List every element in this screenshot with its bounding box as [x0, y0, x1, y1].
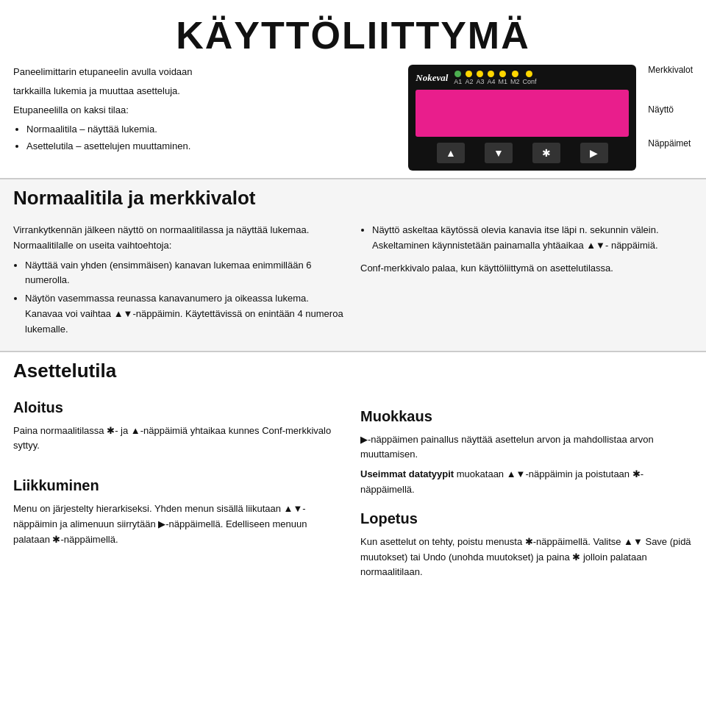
btn-down[interactable]: ▼: [485, 143, 513, 163]
right-labels: Merkkivalot Näyttö Näppäimet: [642, 65, 693, 149]
lopetus-title: Lopetus: [360, 507, 693, 530]
muokkaus-title: Muokkaus: [360, 404, 693, 428]
led-label-conf: Conf: [522, 78, 536, 85]
page-title: KÄYTTÖLIITTYMÄ: [0, 0, 706, 65]
normaalitila-right-bullets: Näyttö askeltaa käytössä olevia kanavia …: [372, 223, 693, 254]
led-m2: M2: [510, 71, 520, 85]
btn-star[interactable]: ✱: [532, 143, 560, 163]
btn-up[interactable]: ▲: [437, 143, 465, 163]
device-panel: Nokeval A1 A2 A3: [408, 65, 636, 171]
led-dot-conf: [526, 71, 532, 77]
asettelutila-content: Aloitus Paina normaalitilassa ✱- ja ▲-nä…: [0, 388, 706, 597]
asettelutila-right: Muokkaus ▶-näppäimen painallus näyttää a…: [360, 396, 693, 585]
bullet-asettelutila: Asettelutila – asettelujen muuttaminen.: [26, 139, 393, 154]
normaalitila-right-bullet-1: Näyttö askeltaa käytössä olevia kanavia …: [372, 223, 693, 254]
btn-right[interactable]: ▶: [580, 143, 608, 163]
normaalitila-left: Virrankytkennän jälkeen näyttö on normaa…: [13, 223, 360, 340]
led-label-a3: A3: [476, 78, 484, 85]
led-dot-a2: [466, 71, 472, 77]
led-label-m1: M1: [498, 78, 507, 85]
led-a1: A1: [454, 71, 462, 85]
liikkuminen-title: Liikkuminen: [13, 474, 346, 497]
asettelutila-section: Asettelutila Aloitus Paina normaalitilas…: [0, 352, 706, 597]
device-screen: [416, 90, 629, 137]
normaalitila-intro: Virrankytkennän jälkeen näyttö on normaa…: [13, 223, 346, 254]
aloitus-text: Paina normaalitilassa ✱- ja ▲-näppäimiä …: [13, 424, 346, 454]
device-panel-wrap: Nokeval A1 A2 A3: [408, 65, 693, 171]
led-label-a4: A4: [487, 78, 495, 85]
nappaimet-label: Näppäimet: [648, 138, 693, 149]
conf-text: Conf-merkkivalo palaa, kun käyttöliittym…: [360, 261, 693, 276]
aloitus-title: Aloitus: [13, 396, 346, 419]
top-section: Paneelimittarin etupaneelin avulla voida…: [0, 65, 706, 178]
led-label-m2: M2: [510, 78, 520, 85]
normaalitila-bullets: Näyttää vain yhden (ensimmäisen) kanavan…: [25, 258, 346, 338]
normaalitila-bullet-2: Näytön vasemmassa reunassa kanavanumero …: [25, 291, 346, 337]
led-a3: A3: [476, 71, 484, 85]
led-dot-a4: [488, 71, 494, 77]
led-a4: A4: [487, 71, 495, 85]
intro-line2: tarkkailla lukemia ja muuttaa asetteluja…: [13, 84, 393, 99]
merkkivalot-label: Merkkivalot: [648, 65, 693, 75]
intro-line1: Paneelimittarin etupaneelin avulla voida…: [13, 65, 393, 79]
led-conf: Conf: [522, 71, 536, 85]
asettelutila-heading: Asettelutila: [0, 352, 706, 388]
lopetus-text: Kun asettelut on tehty, poistu menusta ✱…: [360, 535, 693, 580]
led-dot-m2: [512, 71, 518, 77]
normaalitila-content: Virrankytkennän jälkeen näyttö on normaa…: [0, 215, 706, 351]
led-label-a1: A1: [454, 78, 462, 85]
liikkuminen-text: Menu on järjestelty hierarkiseksi. Yhden…: [13, 502, 346, 547]
led-dot-a3: [477, 71, 483, 77]
led-dot-a1: [454, 71, 461, 77]
normaalitila-heading: Normaalitila ja merkkivalot: [0, 179, 706, 215]
normaalitila-section: Normaalitila ja merkkivalot Virrankytken…: [0, 178, 706, 352]
naytto-label: Näyttö: [648, 104, 693, 115]
top-left-text: Paneelimittarin etupaneelin avulla voida…: [13, 65, 393, 171]
led-label-a2: A2: [465, 78, 473, 85]
normaalitila-right: Näyttö askeltaa käytössä olevia kanavia …: [360, 223, 693, 340]
led-m1: M1: [498, 71, 507, 85]
device-top-row: Nokeval A1 A2 A3: [416, 71, 629, 85]
device-right-group: Nokeval A1 A2 A3: [408, 65, 693, 171]
normaalitila-bullet-1: Näyttää vain yhden (ensimmäisen) kanavan…: [25, 258, 346, 289]
muokkaus-text1: ▶-näppäimen painallus näyttää asettelun …: [360, 432, 693, 463]
muokkaus-text2: Useimmat datatyypit muokataan ▲▼-näppäim…: [360, 467, 693, 498]
nokeval-logo: Nokeval: [416, 72, 451, 84]
device-buttons-row: ▲ ▼ ✱ ▶: [416, 143, 629, 163]
device-panel-column: Nokeval A1 A2 A3: [408, 65, 636, 171]
intro-bullets: Normaalitila – näyttää lukemia. Asettelu…: [26, 122, 393, 153]
led-a2: A2: [465, 71, 473, 85]
muokkaus-section: Muokkaus ▶-näppäimen painallus näyttää a…: [360, 404, 693, 498]
asettelutila-left: Aloitus Paina normaalitilassa ✱- ja ▲-nä…: [13, 396, 360, 585]
bullet-normaalitila: Normaalitila – näyttää lukemia.: [26, 122, 393, 137]
lopetus-section: Lopetus Kun asettelut on tehty, poistu m…: [360, 507, 693, 580]
led-dot-m1: [499, 71, 506, 77]
intro-line3: Etupaneelilla on kaksi tilaa:: [13, 103, 393, 118]
